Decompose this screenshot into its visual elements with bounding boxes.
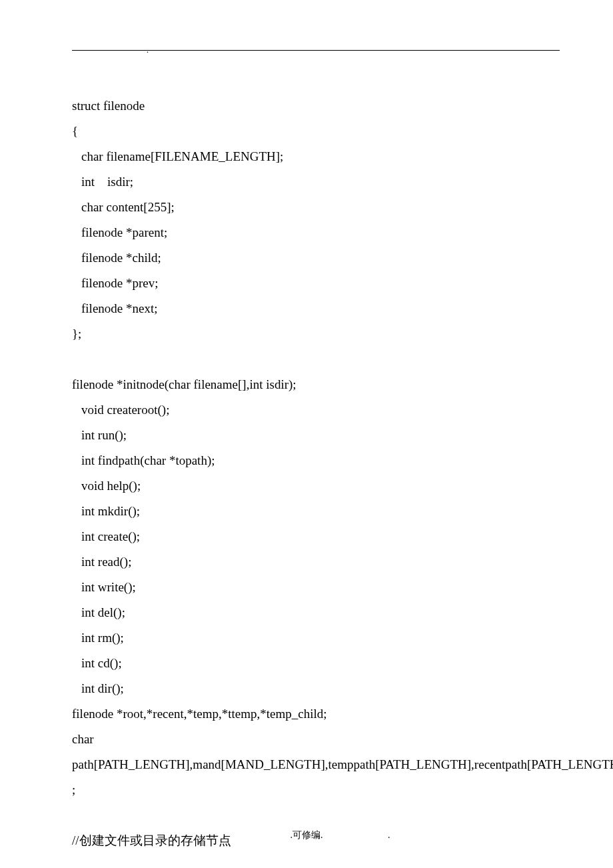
code-line: path[PATH_LENGTH],mand[MAND_LENGTH],temp… (72, 752, 541, 777)
code-line: int create(); (72, 524, 541, 549)
footer-dot: . (388, 830, 390, 840)
code-line: void createroot(); (72, 397, 541, 423)
code-line: char filename[FILENAME_LENGTH]; (72, 144, 541, 169)
code-line: }; (72, 321, 541, 347)
page-footer: . .可修编. . (0, 829, 613, 841)
code-line: char (72, 727, 541, 752)
code-line: { (72, 119, 541, 144)
code-line: int cd(); (72, 651, 541, 676)
code-line: filenode *child; (72, 245, 541, 271)
code-line: int dir(); (72, 676, 541, 701)
code-line: int write(); (72, 575, 541, 600)
code-line: filenode *initnode(char filename[],int i… (72, 372, 541, 397)
code-content: struct filenode { char filename[FILENAME… (72, 93, 541, 853)
code-line: int mkdir(); (72, 499, 541, 524)
code-line: void help(); (72, 473, 541, 499)
code-line: struct filenode (72, 93, 541, 119)
footer-dot: . (223, 830, 226, 840)
document-page: . - struct filenode { char filename[FILE… (0, 0, 613, 868)
header-rule (72, 50, 560, 51)
code-line: int rm(); (72, 625, 541, 651)
code-line: filenode *parent; (72, 220, 541, 245)
code-line: int del(); (72, 600, 541, 625)
blank-line (72, 347, 541, 372)
code-line: filenode *prev; (72, 271, 541, 296)
footer-text: .可修编. (291, 830, 323, 840)
code-line: filenode *next; (72, 296, 541, 321)
code-line: int isdir; (72, 169, 541, 195)
code-line: int read(); (72, 549, 541, 575)
code-line: ; (72, 777, 541, 803)
code-line: int findpath(char *topath); (72, 448, 541, 473)
code-line: filenode *root,*recent,*temp,*ttemp,*tem… (72, 701, 541, 727)
code-line: int run(); (72, 423, 541, 448)
blank-line (72, 803, 541, 828)
code-line: char content[255]; (72, 195, 541, 220)
